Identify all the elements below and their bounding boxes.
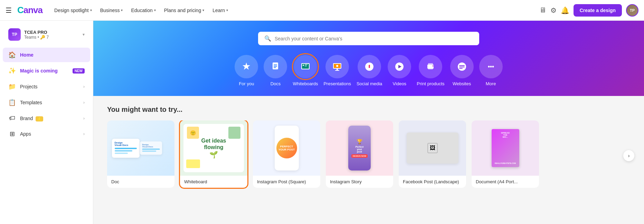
design-type-for-you[interactable]: For you [235, 55, 258, 86]
websites-label: Websites [453, 81, 471, 86]
chevron-down-icon: ▾ [154, 8, 156, 12]
brand-icon: 🏷 [8, 115, 16, 122]
svg-rect-3 [274, 67, 276, 68]
design-type-print-products[interactable]: Print products [417, 55, 444, 86]
new-badge: NEW [73, 68, 85, 74]
apps-icon: ⊞ [8, 130, 16, 138]
sidebar-user-info: TCEA PRO Teams • 🔑 7 [24, 30, 79, 40]
nav-business[interactable]: Business ▾ [97, 6, 126, 15]
doc-mini-preview: DesignVisual Docs [112, 139, 140, 158]
story-card-label: Instagram Story [326, 176, 393, 188]
design-type-whiteboards[interactable]: Whiteboards [293, 55, 318, 86]
sidebar-item-magic[interactable]: ✨ Magic is coming NEW [3, 64, 90, 78]
top-navigation: ☰ Canva Design spotlight ▾ Business ▾ Ed… [0, 0, 644, 21]
nav-design-spotlight[interactable]: Design spotlight ▾ [51, 6, 95, 15]
social-media-icon [358, 55, 381, 78]
facebook-card-label: Facebook Post (Landscape) [399, 176, 466, 188]
brand-gold-badge: ⭐ [36, 116, 43, 121]
sidebar: TP TCEA PRO Teams • 🔑 7 ▾ 🏠 Home ✨ Magic… [0, 21, 93, 224]
sidebar-user-name: TCEA PRO [24, 30, 79, 35]
hamburger-menu[interactable]: ☰ [6, 6, 12, 14]
svg-rect-25 [459, 68, 463, 69]
instagram-card[interactable]: PERFECTYOUR POST Instagram Post (Square) [253, 120, 320, 188]
svg-rect-24 [459, 67, 465, 67]
presentations-label: Presentations [323, 81, 351, 86]
ig-circle: PERFECTYOUR POST [276, 138, 297, 158]
chevron-right-icon: › [83, 84, 85, 89]
whiteboards-label: Whiteboards [293, 81, 318, 86]
more-label: More [486, 81, 496, 86]
chevron-right-icon: › [83, 100, 85, 105]
sidebar-user-subtitle: Teams • 🔑 7 [24, 35, 79, 40]
whiteboard-card[interactable]: 🙂 Get ideasflowing 🌱 Whit [180, 120, 247, 188]
svg-point-26 [488, 66, 490, 68]
videos-icon [388, 55, 411, 78]
design-type-social-media[interactable]: Social media [357, 55, 382, 86]
nav-right-actions: 🖥 ⚙ 🔔 Create a design TP [539, 4, 638, 17]
chevron-right-icon: › [83, 116, 85, 121]
for-you-label: For you [239, 81, 254, 86]
svg-rect-2 [274, 66, 277, 67]
sidebar-item-templates[interactable]: 📋 Templates › [3, 95, 90, 110]
whiteboard-card-image: 🙂 Get ideasflowing 🌱 [180, 120, 247, 176]
facebook-card[interactable]: 🖼 Facebook Post (Landscape) [399, 120, 466, 188]
design-type-more[interactable]: More [479, 55, 503, 86]
design-type-list: For you Docs [235, 55, 502, 86]
whiteboard-emoji: 🌱 [201, 150, 226, 159]
try-section: You might want to try... DesignVisual Do… [93, 96, 644, 200]
design-type-presentations[interactable]: Presentations [323, 55, 351, 86]
chevron-down-icon: ▾ [226, 8, 228, 12]
nav-learn[interactable]: Learn ▾ [209, 6, 231, 15]
svg-point-21 [433, 66, 434, 67]
settings-icon[interactable]: ⚙ [550, 6, 557, 14]
bell-icon[interactable]: 🔔 [561, 6, 569, 14]
presentations-icon [325, 55, 349, 78]
a4-card[interactable]: SPREADTHEWO... REALLYGREATSITE.COM Docum… [472, 120, 539, 188]
websites-icon [450, 55, 474, 78]
sticky-note-1: 🙂 [187, 127, 199, 139]
user-avatar[interactable]: TP [626, 4, 638, 17]
svg-rect-20 [428, 67, 433, 69]
sidebar-user-profile[interactable]: TP TCEA PRO Teams • 🔑 7 ▾ [3, 25, 90, 44]
sidebar-home-label: Home [20, 52, 85, 58]
print-products-icon [419, 55, 442, 78]
chevron-down-icon: ▾ [121, 8, 123, 12]
sidebar-templates-label: Templates [20, 100, 79, 105]
whiteboard-text: Get ideasflowing [201, 137, 226, 150]
main-content: 🔍 For you [93, 21, 644, 224]
nav-education[interactable]: Education ▾ [127, 6, 159, 15]
nav-plans-pricing[interactable]: Plans and pricing ▾ [161, 6, 208, 15]
hero-banner: 🔍 For you [93, 21, 644, 96]
sidebar-projects-label: Projects [20, 84, 79, 89]
folder-icon: 📁 [8, 83, 16, 90]
story-phone-mockup: 🏆 Perfectyourpost DESIGN NOW [348, 126, 371, 171]
sticky-note-2 [228, 127, 240, 139]
docs-icon [264, 55, 287, 78]
doc-card[interactable]: DesignVisual Docs DesignVisual Docs [107, 120, 174, 188]
carousel-next-button[interactable]: › [623, 150, 634, 161]
chevron-down-icon: ▾ [202, 8, 204, 12]
design-type-videos[interactable]: Videos [388, 55, 411, 86]
search-icon: 🔍 [264, 35, 271, 42]
create-design-button[interactable]: Create a design [574, 4, 622, 17]
sidebar-item-brand[interactable]: 🏷 Brand ⭐ › [3, 111, 90, 125]
facebook-card-image: 🖼 [399, 120, 466, 176]
svg-rect-23 [459, 65, 465, 66]
a4-card-label: Document (A4 Port... [472, 176, 539, 188]
whiteboards-icon [294, 55, 317, 78]
monitor-icon[interactable]: 🖥 [539, 6, 546, 14]
sidebar-item-apps[interactable]: ⊞ Apps › [3, 127, 90, 141]
canva-logo[interactable]: Canva [17, 5, 42, 16]
sidebar-item-home[interactable]: 🏠 Home [3, 48, 90, 62]
design-type-websites[interactable]: Websites [450, 55, 474, 86]
doc-card-label: Doc [107, 176, 174, 188]
more-icon [479, 55, 503, 78]
story-card[interactable]: 🏆 Perfectyourpost DESIGN NOW Instagram S… [326, 120, 393, 188]
sidebar-brand-label: Brand ⭐ [20, 116, 79, 121]
svg-rect-11 [337, 69, 338, 70]
search-input[interactable] [275, 36, 473, 41]
design-type-docs[interactable]: Docs [264, 55, 287, 86]
sidebar-item-projects[interactable]: 📁 Projects › [3, 79, 90, 94]
svg-rect-1 [274, 65, 277, 65]
templates-icon: 📋 [8, 99, 16, 106]
